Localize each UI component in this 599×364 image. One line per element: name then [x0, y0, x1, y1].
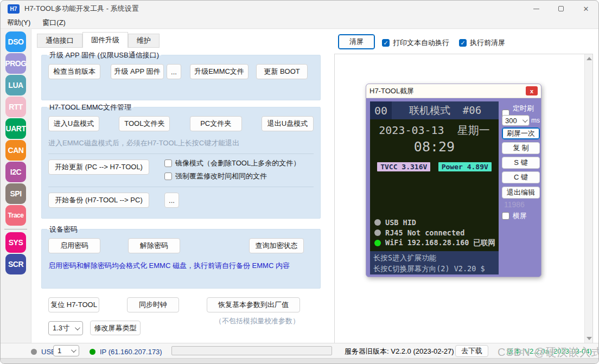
exit-edit-button[interactable]: 退出编辑	[502, 187, 540, 199]
firmware-panel-title: 升级 APP 固件 (仅限USB通信接口)	[47, 50, 161, 60]
window-controls: ✕	[524, 1, 598, 17]
main-window: H7 H7-TOOL多功能开发工具 - 系统设置 ✕ 帮助(Y) 窗口(Z) D…	[0, 0, 599, 364]
sidebar-item-trace[interactable]: Trace	[5, 205, 26, 226]
screen-footer: 长按S进入扩展功能 长按C切换屏幕方向(2) V2.20 $	[370, 251, 499, 274]
sidebar-item-spi[interactable]: SPI	[5, 183, 26, 204]
screen-status-list: USB HID RJ45 Not connected WiFi 192.168.…	[370, 217, 499, 251]
exit-udisk-button[interactable]: 退出U盘模式	[262, 116, 314, 131]
screen-mode-title: 联机模式 #06	[392, 104, 499, 118]
refresh-once-button[interactable]: 刷屏一次	[502, 127, 540, 139]
ip-connection-label: IP (61.160.207.173)	[100, 348, 162, 356]
sidebar-item-prog[interactable]: PROG	[5, 53, 26, 74]
restore-note: （不包括模拟量校准参数）	[215, 316, 300, 326]
sidebar-item-can[interactable]: CAN	[5, 140, 26, 161]
emmc-note: 进入EMMC磁盘模式后，必须在H7-TOOL上长按C键才能退出	[48, 138, 314, 148]
tab-strip: 通信接口 固件升级 维护	[37, 32, 160, 48]
landscape-label: 横屏	[513, 211, 527, 221]
clear-before-run-checkbox[interactable]: ✓	[459, 39, 467, 47]
clear-screen-button[interactable]: 清屏	[338, 34, 375, 49]
menu-item-window[interactable]: 窗口(Z)	[42, 18, 66, 28]
force-overwrite-checkbox[interactable]: ✓	[164, 173, 172, 180]
scroll-up-icon[interactable]	[587, 57, 592, 60]
pc-folder-button[interactable]: PC文件夹	[190, 116, 242, 131]
s-key-button[interactable]: S 键	[502, 157, 540, 169]
tab-firmware-upgrade[interactable]: 固件升级	[82, 32, 128, 48]
tab-maintenance[interactable]: 维护	[128, 34, 160, 48]
screenshot-title: H7-TOOL截屏	[369, 86, 414, 96]
screenshot-close-button[interactable]: x	[526, 86, 538, 95]
mirror-mode-checkbox[interactable]: ✓	[164, 159, 172, 167]
channel-select[interactable]: 1	[53, 345, 79, 356]
download-button[interactable]: 去下载	[455, 345, 488, 357]
screen-date: 2023-03-13 星期一	[370, 123, 499, 138]
upgrade-emmc-button[interactable]: 升级EMMC文件	[190, 64, 248, 79]
change-screen-type-button[interactable]: 修改屏幕类型	[90, 321, 141, 335]
maximize-icon	[558, 6, 564, 11]
wifi-status-text: WiFi 192.168.28.160 已联网	[385, 238, 495, 248]
scroll-down-icon[interactable]	[587, 337, 592, 340]
screenshot-window: H7-TOOL截屏 x 00 联机模式 #06 2023-03-13 星期一 0…	[366, 84, 541, 277]
enter-udisk-button[interactable]: 进入U盘模式	[48, 116, 99, 131]
sidebar: DSO PROG LUA RTT UART CAN I2C SPI Trace …	[1, 29, 31, 344]
screenshot-controls: ✓ 定时刷屏 300 ms 刷屏一次 复 制 S 键 C 键 退出编辑 1198…	[502, 101, 540, 274]
interval-select[interactable]: 300	[502, 115, 530, 126]
device-screen: 00 联机模式 #06 2023-03-13 星期一 08:29 TVCC 3.…	[370, 101, 499, 274]
tool-folder-button[interactable]: TOOL文件夹	[119, 116, 170, 131]
c-key-button[interactable]: C 键	[502, 171, 540, 183]
screen-footer-line-1: 长按S进入扩展功能	[373, 252, 499, 263]
usb-status-text: USB HID	[385, 218, 416, 227]
channel-value: 1	[58, 347, 61, 355]
landscape-checkbox[interactable]: ✓	[502, 212, 509, 220]
log-scrollbar[interactable]	[584, 54, 592, 343]
copy-button[interactable]: 复 制	[502, 142, 540, 154]
reset-tool-button[interactable]: 复位 H7-TOOL	[48, 297, 99, 312]
browse-backup-button[interactable]: ...	[164, 193, 179, 208]
sync-clock-button[interactable]: 同步时钟	[127, 297, 179, 312]
interval-value: 300	[505, 117, 517, 125]
rj45-status-text: RJ45 Not connected	[385, 228, 464, 237]
update-boot-button[interactable]: 更新 BOOT	[256, 64, 308, 79]
disable-password-button[interactable]: 解除密码	[128, 238, 180, 253]
screen-size-select[interactable]: 1.3寸	[48, 321, 83, 335]
autowrap-checkbox[interactable]: ✓	[382, 39, 390, 47]
sidebar-item-scr[interactable]: SCR	[5, 254, 26, 274]
sidebar-item-sys[interactable]: SYS	[5, 232, 26, 253]
enable-password-button[interactable]: 启用密码	[48, 238, 100, 253]
maximize-button[interactable]	[549, 1, 573, 17]
autowrap-label: 打印文本自动换行	[393, 38, 449, 48]
menu-bar: 帮助(Y) 窗口(Z)	[1, 17, 598, 29]
sidebar-item-uart[interactable]: UART	[5, 118, 26, 139]
screenshot-title-bar[interactable]: H7-TOOL截屏 x	[366, 84, 541, 98]
frame-counter: 11986	[504, 200, 541, 209]
close-icon: ✕	[583, 5, 589, 13]
screen-body: 2023-03-13 星期一 08:29 TVCC 3.316V Power 4…	[370, 119, 499, 274]
window-title: H7-TOOL多功能开发工具 - 系统设置	[24, 4, 139, 14]
usb-connection-dot	[31, 349, 37, 355]
password-panel-title: 设备密码	[47, 225, 80, 234]
wifi-status-dot	[374, 240, 381, 246]
rj45-status-dot	[374, 229, 381, 236]
close-button[interactable]: ✕	[573, 1, 598, 17]
usb-status-dot	[374, 219, 381, 226]
check-icon: ✓	[383, 40, 388, 46]
minimize-button[interactable]	[524, 1, 549, 17]
upgrade-app-button[interactable]: 升级 APP 固件	[111, 64, 164, 79]
start-update-button[interactable]: 开始更新 (PC --> H7-TOOL)	[48, 159, 149, 175]
rj45-status-row: RJ45 Not connected	[374, 227, 499, 238]
sidebar-item-rtt[interactable]: RTT	[5, 97, 26, 117]
check-version-button[interactable]: 检查当前版本	[48, 64, 100, 79]
screen-page-number: 00	[370, 101, 392, 119]
menu-item-help[interactable]: 帮助(Y)	[7, 18, 30, 28]
settings-page: 通信接口 固件升级 维护 升级 APP 固件 (仅限USB通信接口) 检查当前版…	[31, 29, 328, 344]
tab-communication[interactable]: 通信接口	[37, 34, 82, 48]
wifi-status-row: WiFi 192.168.28.160 已联网	[374, 238, 499, 248]
browse-app-button[interactable]: ...	[167, 64, 181, 79]
restore-defaults-button[interactable]: 恢复基本参数到出厂值	[207, 297, 300, 312]
query-encryption-button[interactable]: 查询加密状态	[249, 238, 304, 253]
password-warning: 启用密码和解除密码均会格式化 EMMC 磁盘，执行前请自行备份 EMMC 内容	[48, 261, 314, 271]
start-backup-button[interactable]: 开始备份 (H7-TOOL --> PC)	[48, 193, 149, 208]
sidebar-item-lua[interactable]: LUA	[5, 75, 26, 95]
sidebar-item-i2c[interactable]: I2C	[5, 162, 26, 182]
sidebar-item-dso[interactable]: DSO	[5, 31, 26, 52]
interval-unit: ms	[531, 117, 540, 124]
